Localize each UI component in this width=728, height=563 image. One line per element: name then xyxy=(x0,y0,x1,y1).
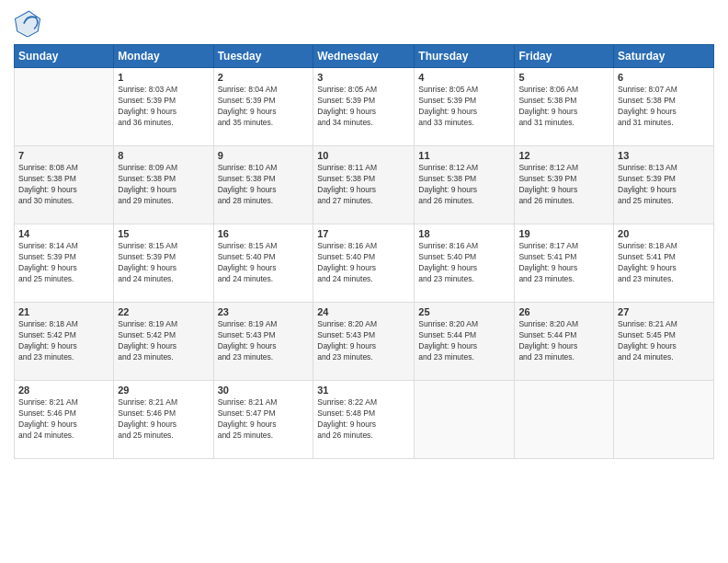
calendar-cell: 7Sunrise: 8:08 AMSunset: 5:38 PMDaylight… xyxy=(15,146,114,224)
calendar-cell: 2Sunrise: 8:04 AMSunset: 5:39 PMDaylight… xyxy=(213,68,313,146)
day-info: Sunrise: 8:17 AMSunset: 5:41 PMDaylight:… xyxy=(518,241,609,285)
calendar-table: SundayMondayTuesdayWednesdayThursdayFrid… xyxy=(14,44,714,459)
calendar-cell: 22Sunrise: 8:19 AMSunset: 5:42 PMDayligh… xyxy=(114,303,213,381)
calendar-week-row: 7Sunrise: 8:08 AMSunset: 5:38 PMDaylight… xyxy=(15,146,714,224)
calendar-cell: 26Sunrise: 8:20 AMSunset: 5:44 PMDayligh… xyxy=(515,303,614,381)
calendar-cell: 31Sunrise: 8:22 AMSunset: 5:48 PMDayligh… xyxy=(313,381,415,459)
day-info: Sunrise: 8:16 AMSunset: 5:40 PMDaylight:… xyxy=(418,241,510,285)
day-number: 17 xyxy=(317,228,410,239)
day-info: Sunrise: 8:04 AMSunset: 5:39 PMDaylight:… xyxy=(218,85,310,129)
day-info: Sunrise: 8:18 AMSunset: 5:42 PMDaylight:… xyxy=(18,319,109,363)
day-info: Sunrise: 8:03 AMSunset: 5:39 PMDaylight:… xyxy=(118,85,209,129)
calendar-cell: 13Sunrise: 8:13 AMSunset: 5:39 PMDayligh… xyxy=(614,146,714,224)
day-info: Sunrise: 8:05 AMSunset: 5:39 PMDaylight:… xyxy=(317,85,410,129)
calendar-cell: 29Sunrise: 8:21 AMSunset: 5:46 PMDayligh… xyxy=(114,381,213,459)
day-number: 7 xyxy=(18,150,109,161)
day-info: Sunrise: 8:08 AMSunset: 5:38 PMDaylight:… xyxy=(18,163,109,207)
calendar-cell xyxy=(15,68,114,146)
day-number: 21 xyxy=(18,306,109,317)
header-day: Monday xyxy=(114,45,213,68)
day-info: Sunrise: 8:20 AMSunset: 5:43 PMDaylight:… xyxy=(317,319,410,363)
calendar-cell xyxy=(415,381,515,459)
calendar-week-row: 21Sunrise: 8:18 AMSunset: 5:42 PMDayligh… xyxy=(15,303,714,381)
calendar-cell: 25Sunrise: 8:20 AMSunset: 5:44 PMDayligh… xyxy=(415,303,515,381)
day-info: Sunrise: 8:21 AMSunset: 5:46 PMDaylight:… xyxy=(18,397,109,442)
day-info: Sunrise: 8:06 AMSunset: 5:38 PMDaylight:… xyxy=(518,85,609,129)
day-number: 11 xyxy=(418,150,510,161)
day-info: Sunrise: 8:22 AMSunset: 5:48 PMDaylight:… xyxy=(317,397,410,442)
day-number: 10 xyxy=(317,150,410,161)
calendar-cell: 4Sunrise: 8:05 AMSunset: 5:39 PMDaylight… xyxy=(415,68,515,146)
day-info: Sunrise: 8:20 AMSunset: 5:44 PMDaylight:… xyxy=(418,319,510,363)
day-number: 4 xyxy=(418,72,510,83)
day-number: 29 xyxy=(118,385,209,396)
day-number: 6 xyxy=(618,72,710,83)
header-day: Friday xyxy=(515,45,614,68)
calendar-cell: 28Sunrise: 8:21 AMSunset: 5:46 PMDayligh… xyxy=(15,381,114,459)
day-number: 25 xyxy=(418,306,510,317)
day-number: 12 xyxy=(518,150,609,161)
day-info: Sunrise: 8:11 AMSunset: 5:38 PMDaylight:… xyxy=(317,163,410,207)
calendar-cell: 14Sunrise: 8:14 AMSunset: 5:39 PMDayligh… xyxy=(15,224,114,303)
day-info: Sunrise: 8:15 AMSunset: 5:40 PMDaylight:… xyxy=(218,241,310,285)
day-number: 13 xyxy=(618,150,710,161)
calendar-week-row: 1Sunrise: 8:03 AMSunset: 5:39 PMDaylight… xyxy=(15,68,714,146)
header-row: SundayMondayTuesdayWednesdayThursdayFrid… xyxy=(15,45,714,68)
calendar-cell: 16Sunrise: 8:15 AMSunset: 5:40 PMDayligh… xyxy=(213,224,313,303)
day-number: 28 xyxy=(18,385,109,396)
calendar-cell: 23Sunrise: 8:19 AMSunset: 5:43 PMDayligh… xyxy=(213,303,313,381)
calendar-cell: 20Sunrise: 8:18 AMSunset: 5:41 PMDayligh… xyxy=(614,224,714,303)
day-number: 2 xyxy=(218,72,310,83)
day-number: 20 xyxy=(618,228,710,239)
calendar-cell: 30Sunrise: 8:21 AMSunset: 5:47 PMDayligh… xyxy=(213,381,313,459)
day-number: 23 xyxy=(218,306,310,317)
day-info: Sunrise: 8:09 AMSunset: 5:38 PMDaylight:… xyxy=(118,163,209,207)
header-day: Sunday xyxy=(15,45,114,68)
day-info: Sunrise: 8:10 AMSunset: 5:38 PMDaylight:… xyxy=(218,163,310,207)
day-info: Sunrise: 8:12 AMSunset: 5:39 PMDaylight:… xyxy=(518,163,609,207)
calendar-cell: 3Sunrise: 8:05 AMSunset: 5:39 PMDaylight… xyxy=(313,68,415,146)
calendar-cell: 10Sunrise: 8:11 AMSunset: 5:38 PMDayligh… xyxy=(313,146,415,224)
header xyxy=(14,9,714,37)
calendar-cell: 15Sunrise: 8:15 AMSunset: 5:39 PMDayligh… xyxy=(114,224,213,303)
calendar-cell: 17Sunrise: 8:16 AMSunset: 5:40 PMDayligh… xyxy=(313,224,415,303)
calendar-cell: 6Sunrise: 8:07 AMSunset: 5:38 PMDaylight… xyxy=(614,68,714,146)
day-number: 27 xyxy=(618,306,710,317)
calendar-cell: 1Sunrise: 8:03 AMSunset: 5:39 PMDaylight… xyxy=(114,68,213,146)
day-number: 14 xyxy=(18,228,109,239)
day-info: Sunrise: 8:14 AMSunset: 5:39 PMDaylight:… xyxy=(18,241,109,285)
day-info: Sunrise: 8:16 AMSunset: 5:40 PMDaylight:… xyxy=(317,241,410,285)
day-number: 8 xyxy=(118,150,209,161)
main-container: SundayMondayTuesdayWednesdayThursdayFrid… xyxy=(0,0,728,563)
header-day: Thursday xyxy=(415,45,515,68)
calendar-week-row: 14Sunrise: 8:14 AMSunset: 5:39 PMDayligh… xyxy=(15,224,714,303)
day-number: 18 xyxy=(418,228,510,239)
calendar-cell: 5Sunrise: 8:06 AMSunset: 5:38 PMDaylight… xyxy=(515,68,614,146)
day-number: 15 xyxy=(118,228,209,239)
header-day: Wednesday xyxy=(313,45,415,68)
calendar-cell xyxy=(515,381,614,459)
calendar-cell xyxy=(614,381,714,459)
calendar-cell: 11Sunrise: 8:12 AMSunset: 5:38 PMDayligh… xyxy=(415,146,515,224)
day-info: Sunrise: 8:19 AMSunset: 5:43 PMDaylight:… xyxy=(218,319,310,363)
calendar-cell: 24Sunrise: 8:20 AMSunset: 5:43 PMDayligh… xyxy=(313,303,415,381)
calendar-cell: 18Sunrise: 8:16 AMSunset: 5:40 PMDayligh… xyxy=(415,224,515,303)
day-number: 1 xyxy=(118,72,209,83)
calendar-cell: 27Sunrise: 8:21 AMSunset: 5:45 PMDayligh… xyxy=(614,303,714,381)
logo-icon xyxy=(14,9,41,37)
day-number: 9 xyxy=(218,150,310,161)
calendar-cell: 21Sunrise: 8:18 AMSunset: 5:42 PMDayligh… xyxy=(15,303,114,381)
day-info: Sunrise: 8:21 AMSunset: 5:46 PMDaylight:… xyxy=(118,397,209,442)
calendar-cell: 9Sunrise: 8:10 AMSunset: 5:38 PMDaylight… xyxy=(213,146,313,224)
day-info: Sunrise: 8:20 AMSunset: 5:44 PMDaylight:… xyxy=(518,319,609,363)
day-number: 24 xyxy=(317,306,410,317)
calendar-header: SundayMondayTuesdayWednesdayThursdayFrid… xyxy=(15,45,714,68)
day-number: 16 xyxy=(218,228,310,239)
day-info: Sunrise: 8:15 AMSunset: 5:39 PMDaylight:… xyxy=(118,241,209,285)
logo xyxy=(14,9,45,37)
day-number: 5 xyxy=(518,72,609,83)
header-day: Saturday xyxy=(614,45,714,68)
day-info: Sunrise: 8:13 AMSunset: 5:39 PMDaylight:… xyxy=(618,163,710,207)
day-info: Sunrise: 8:21 AMSunset: 5:45 PMDaylight:… xyxy=(618,319,710,363)
day-number: 30 xyxy=(218,385,310,396)
